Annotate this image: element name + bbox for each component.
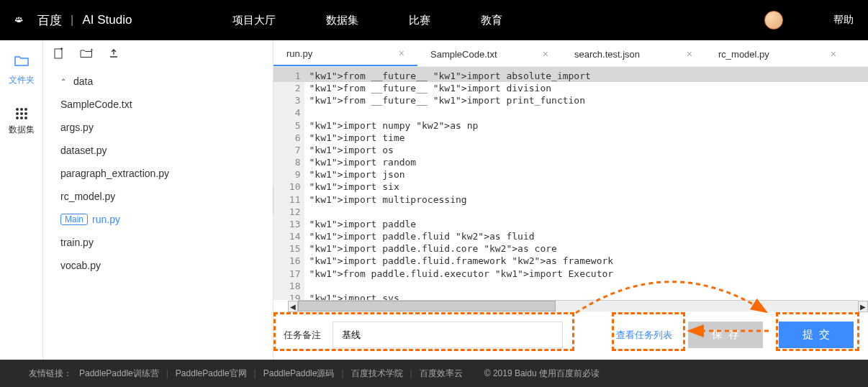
nav-link-education[interactable]: 教育 [481,14,502,27]
horizontal-scrollbar[interactable]: ◀ ▶ [298,300,858,311]
footer-link[interactable]: PaddlePaddle源码 [263,368,335,380]
rail-datasets[interactable]: 数据集 [9,108,35,136]
file-item[interactable]: vocab.py [56,254,266,277]
tree-root[interactable]: ⌃ data [56,70,266,93]
footer-copyright: © 2019 Baidu 使用百度前必读 [484,368,600,380]
line-gutter: 1 2 3 4 5 6 7 8 9 10 11 12 13 14 15 16 1… [273,67,304,300]
submit-button[interactable]: 提交 [779,322,854,348]
editor-tabs: run.py× SampleCode.txt× search.test.json… [273,40,868,67]
scroll-thumb[interactable] [298,301,556,311]
svg-point-0 [16,17,17,19]
file-item-active[interactable]: Main run.py [56,208,266,231]
close-icon[interactable]: × [831,48,836,60]
rail-datasets-label: 数据集 [9,124,35,136]
upload-icon[interactable] [109,48,119,60]
close-icon[interactable]: × [399,47,404,59]
new-folder-icon[interactable]: + [80,48,93,60]
file-item[interactable]: SampleCode.txt [56,93,266,116]
file-tree: ⌃ data SampleCode.txt args.py dataset.py… [43,65,273,281]
save-button[interactable]: 保存 [688,322,763,348]
baidu-logo-icon [14,11,32,29]
avatar[interactable] [764,11,783,29]
task-remark-input[interactable] [333,322,563,348]
grid-icon [16,108,27,119]
nav-link-projects[interactable]: 项目大厅 [232,14,276,27]
footer-link[interactable]: 百度技术学院 [351,368,403,380]
tab-rcmodel[interactable]: rc_model.py× [705,40,849,66]
scroll-right-arrow[interactable]: ▶ [858,301,868,312]
file-item[interactable]: train.py [56,231,266,254]
svg-point-2 [20,17,22,19]
svg-text:+: + [90,48,93,54]
svg-point-3 [15,19,17,22]
svg-point-4 [21,19,22,22]
help-link[interactable]: 帮助 [833,14,854,27]
rail-files-label: 文件夹 [9,74,35,86]
folder-icon [14,55,29,70]
file-toolbar: + + [43,40,273,65]
main-area: 文件夹 数据集 + + ⌃ data SampleCode.txt args [0,40,868,360]
new-file-icon[interactable]: + [54,47,64,61]
root-label: data [73,76,93,87]
task-bar: 任务备注 查看任务列表 保存 提交 [273,311,868,360]
task-remark-label: 任务备注 [284,329,325,342]
file-item[interactable]: paragraph_extraction.py [56,162,266,185]
editor: ◀ run.py× SampleCode.txt× search.test.js… [273,40,868,360]
footer-link[interactable]: PaddlePaddle训练营 [79,368,159,380]
file-item[interactable]: args.py [56,116,266,139]
rail-files[interactable]: 文件夹 [9,55,35,86]
footer-link[interactable]: 百度效率云 [420,368,463,380]
file-item[interactable]: rc_model.py [56,185,266,208]
file-item[interactable]: dataset.py [56,139,266,162]
footer: 友情链接： PaddlePaddle训练营| PaddlePaddle官网| P… [0,360,868,387]
nav-links: 项目大厅 数据集 比赛 教育 [232,14,502,27]
view-tasks-link[interactable]: 查看任务列表 [616,329,672,342]
main-badge: Main [60,214,88,225]
tab-run-py[interactable]: run.py× [273,40,417,66]
footer-link[interactable]: PaddlePaddle官网 [176,368,247,380]
svg-text:+: + [60,47,63,53]
brand-separator: | [71,13,73,27]
nav-link-datasets[interactable]: 数据集 [326,14,358,27]
tab-samplecode[interactable]: SampleCode.txt× [417,40,561,66]
close-icon[interactable]: × [687,48,692,60]
svg-point-1 [18,17,19,19]
tab-search-json[interactable]: search.test.json× [561,40,705,66]
file-panel: + + ⌃ data SampleCode.txt args.py datase… [43,40,273,360]
brand-baidu-text: 百度 [37,12,62,29]
close-icon[interactable]: × [543,48,548,60]
chevron-down-icon: ⌃ [60,78,66,86]
brand-studio-text: AI Studio [82,13,132,27]
scroll-left-arrow[interactable]: ◀ [288,301,298,312]
brand[interactable]: 百度 | AI Studio [14,11,132,29]
footer-prefix: 友情链接： [29,368,72,380]
code-area[interactable]: 1 2 3 4 5 6 7 8 9 10 11 12 13 14 15 16 1… [273,67,868,300]
left-rail: 文件夹 数据集 [0,40,43,360]
top-nav: 百度 | AI Studio 项目大厅 数据集 比赛 教育 帮助 [0,0,868,40]
nav-link-competitions[interactable]: 比赛 [409,14,430,27]
code-body[interactable]: "kw1">from __future__ "kw1">import absol… [304,67,868,300]
